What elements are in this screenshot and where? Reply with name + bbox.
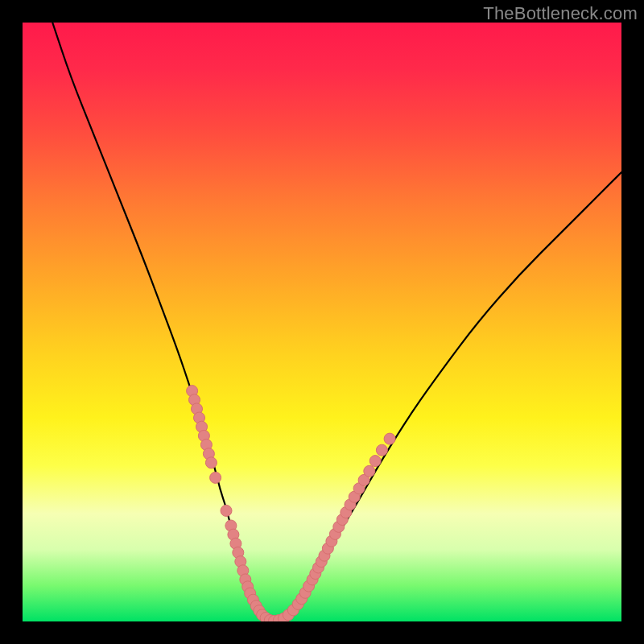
watermark-text: TheBottleneck.com [483,3,638,24]
plot-area [23,23,621,621]
chart-frame: TheBottleneck.com [0,0,644,644]
data-marker [369,456,381,467]
data-marker [384,433,395,444]
data-marker [221,505,232,516]
data-marker [364,465,375,477]
data-marker [210,472,221,483]
data-marker [376,444,387,456]
curve-layer [23,23,621,621]
data-marker [205,457,217,469]
marker-group [187,386,396,621]
